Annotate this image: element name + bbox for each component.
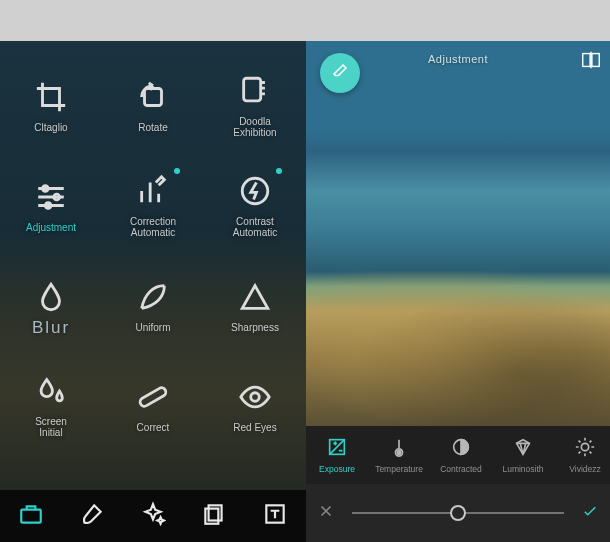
slider-track xyxy=(352,512,564,514)
compare-button[interactable] xyxy=(580,49,602,75)
adjust-contrast[interactable]: Contracted xyxy=(430,436,492,474)
svg-rect-13 xyxy=(592,54,599,67)
confirm-button[interactable] xyxy=(570,502,610,524)
tool-label: Uniform xyxy=(135,322,170,333)
adjust-vividness[interactable]: Vividezz xyxy=(554,436,610,474)
exposure-icon xyxy=(326,436,348,460)
crop-icon xyxy=(34,80,68,114)
triangle-icon xyxy=(238,280,272,314)
adjust-label: Contracted xyxy=(440,464,482,474)
tool-label: Blur xyxy=(32,322,70,333)
tool-heal[interactable]: Correct xyxy=(102,356,204,456)
drop-icon xyxy=(34,280,68,314)
value-slider[interactable] xyxy=(346,512,570,514)
check-icon xyxy=(581,502,599,524)
adjust-temperature[interactable]: Temperature xyxy=(368,436,430,474)
contrast-icon xyxy=(450,436,472,460)
drops-icon xyxy=(34,374,68,408)
svg-point-15 xyxy=(397,451,401,455)
adjust-label: Exposure xyxy=(319,464,355,474)
tool-label: Rotate xyxy=(138,122,167,133)
tool-label: Doodla Exhibition xyxy=(233,116,276,138)
tool-crop[interactable]: Cltaglio xyxy=(0,56,102,156)
tool-blur[interactable]: Blur xyxy=(0,256,102,356)
tool-grid: Cltaglio Rotate Doodla Exhibition Adjust… xyxy=(0,56,306,456)
tool-label: Correct xyxy=(137,422,170,433)
tool-doodle[interactable]: Doodla Exhibition xyxy=(204,56,306,156)
tool-label: Red Eyes xyxy=(233,422,276,433)
adjust-label: Luminosith xyxy=(502,464,543,474)
nav-toolbox[interactable] xyxy=(18,501,44,531)
adjust-label: Vividezz xyxy=(569,464,601,474)
compare-icon xyxy=(580,49,602,75)
tool-auto-color[interactable]: Correction Automatic xyxy=(102,156,204,256)
tool-label: Adjustment xyxy=(26,222,76,233)
badge-dot xyxy=(174,168,180,174)
adjust-label: Temperature xyxy=(375,464,423,474)
tool-rotate[interactable]: Rotate xyxy=(102,56,204,156)
eye-icon xyxy=(238,380,272,414)
tool-auto-contrast[interactable]: Contrast Automatic xyxy=(204,156,306,256)
adjust-luminosity[interactable]: Luminosith xyxy=(492,436,554,474)
bottom-nav xyxy=(0,490,306,542)
tool-adjustment[interactable]: Adjustment xyxy=(0,156,102,256)
cancel-button[interactable] xyxy=(306,502,346,524)
bars-icon xyxy=(136,174,170,208)
tool-label: Cltaglio xyxy=(34,122,67,133)
tools-panel: Cltaglio Rotate Doodla Exhibition Adjust… xyxy=(0,41,306,542)
tool-smooth[interactable]: Uniform xyxy=(102,256,204,356)
action-row xyxy=(306,484,610,542)
rotate-icon xyxy=(136,80,170,114)
sun-icon xyxy=(574,436,596,460)
panel-title: Adjustment xyxy=(306,53,610,65)
tool-redeye[interactable]: Red Eyes xyxy=(204,356,306,456)
sliders-icon xyxy=(34,180,68,214)
badge-dot xyxy=(276,168,282,174)
diamond-icon xyxy=(512,436,534,460)
svg-point-7 xyxy=(251,392,260,401)
tool-sharpen[interactable]: Sharpness xyxy=(204,256,306,356)
svg-rect-8 xyxy=(21,510,41,523)
bolt-circle-icon xyxy=(238,174,272,208)
status-bar xyxy=(0,0,610,41)
close-icon xyxy=(317,502,335,524)
nav-layers[interactable] xyxy=(201,501,227,531)
doodle-icon xyxy=(238,74,272,108)
tool-label: Screen Initial xyxy=(35,416,67,438)
nav-text[interactable] xyxy=(262,501,288,531)
preview-panel: Adjustment Exposure Temperature Contract… xyxy=(306,41,610,542)
tool-label: Sharpness xyxy=(231,322,279,333)
svg-rect-1 xyxy=(244,78,261,101)
eraser-icon xyxy=(331,62,349,84)
nav-brush[interactable] xyxy=(79,501,105,531)
tool-label: Contrast Automatic xyxy=(233,216,277,238)
svg-rect-12 xyxy=(583,54,590,67)
tool-splash[interactable]: Screen Initial xyxy=(0,356,102,456)
svg-point-17 xyxy=(581,443,588,450)
thermometer-icon xyxy=(388,436,410,460)
slider-knob[interactable] xyxy=(450,505,466,521)
svg-rect-0 xyxy=(145,88,162,105)
nav-effects[interactable] xyxy=(140,501,166,531)
bandage-icon xyxy=(136,380,170,414)
svg-rect-6 xyxy=(139,386,168,408)
adjustment-strip[interactable]: Exposure Temperature Contracted Luminosi… xyxy=(306,426,610,484)
tool-label: Correction Automatic xyxy=(130,216,176,238)
adjust-exposure[interactable]: Exposure xyxy=(306,436,368,474)
feather-icon xyxy=(136,280,170,314)
